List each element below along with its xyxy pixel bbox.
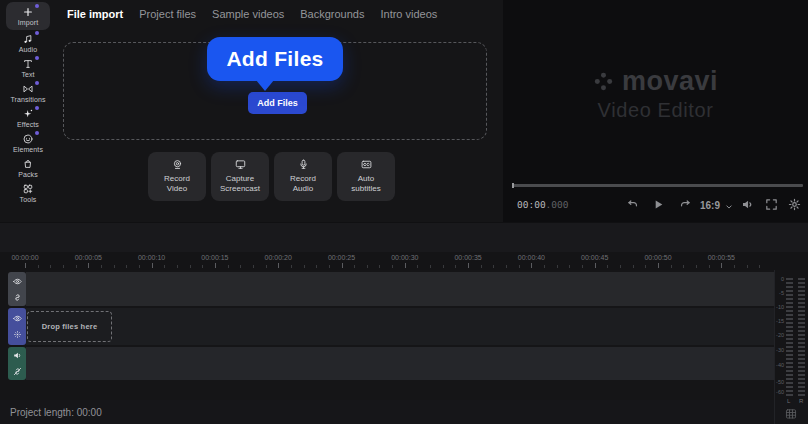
ruler-tick: [392, 265, 393, 268]
aspect-ratio-value[interactable]: 16:9: [700, 200, 720, 211]
ruler-tick: [38, 265, 39, 268]
meter-channel-label: L: [787, 398, 790, 404]
ruler-tick: [177, 265, 178, 268]
ruler-time-label: 00:00:10: [138, 254, 165, 261]
timeline-ruler[interactable]: 00:00:0000:00:0500:00:1000:00:1500:00:20…: [0, 252, 808, 270]
meter-db-label: -30: [773, 347, 784, 353]
drop-zone-label: Drop files here: [42, 322, 98, 331]
ruler-tick: [405, 263, 406, 268]
notification-dot: [35, 106, 39, 110]
ruler-time-label: 00:00:00: [11, 254, 38, 261]
sidebar-item-packs[interactable]: Packs: [0, 155, 56, 180]
capture-actions-row: Record VideoCapture ScreencastRecord Aud…: [148, 152, 395, 201]
track-mute-icon[interactable]: [12, 350, 23, 361]
ruler-tick: [519, 265, 520, 268]
sidebar-item-label: Text: [21, 71, 34, 78]
ruler-tick: [164, 265, 165, 268]
track-link-icon[interactable]: [12, 292, 23, 303]
meter-db-label: -50: [773, 379, 784, 385]
previous-frame-icon[interactable]: [625, 197, 640, 212]
add-files-callout[interactable]: Add Files: [207, 37, 343, 81]
video-track-header[interactable]: [8, 308, 26, 345]
elements-icon: [22, 133, 34, 145]
import-tabs: File importProject filesSample videosBac…: [67, 0, 437, 28]
ruler-tick: [569, 265, 570, 268]
sidebar-item-label: Tools: [20, 196, 37, 203]
webcam-icon: [171, 158, 184, 171]
ruler-time-label: 00:00:55: [708, 254, 735, 261]
effects-icon: [22, 108, 34, 120]
sidebar-item-import[interactable]: Import: [6, 2, 50, 30]
tab-intro-videos[interactable]: Intro videos: [380, 8, 437, 20]
sidebar-item-effects[interactable]: Effects: [0, 105, 56, 130]
ruler-tick: [139, 265, 140, 268]
ruler-time-label: 00:00:25: [328, 254, 355, 261]
meter-db-label: -10: [773, 304, 784, 310]
ruler-tick: [316, 265, 317, 268]
ruler-tick: [443, 265, 444, 268]
ruler-tick: [215, 263, 216, 268]
sidebar-item-label: Audio: [19, 46, 37, 53]
ruler-tick: [291, 265, 292, 268]
video-track-lane[interactable]: [26, 308, 774, 345]
sidebar-item-tools[interactable]: Tools: [0, 180, 56, 205]
meter-db-label: -60: [773, 389, 784, 395]
fullscreen-icon[interactable]: [764, 197, 779, 212]
track-unlink-icon[interactable]: [12, 366, 23, 377]
overlay-track-lane[interactable]: [26, 272, 774, 306]
auto-subtitles-button[interactable]: Auto subtitles: [337, 152, 395, 201]
track-visibility-icon[interactable]: [12, 313, 23, 324]
ruler-tick: [683, 265, 684, 268]
ruler-tick: [240, 265, 241, 268]
ruler-tick: [734, 265, 735, 268]
ruler-tick: [455, 265, 456, 268]
preview-timecode: 00:00.000: [517, 199, 569, 210]
overlay-track-header[interactable]: [8, 272, 26, 306]
ruler-tick: [354, 265, 355, 268]
sidebar-item-text[interactable]: Text: [0, 55, 56, 80]
preview-seekbar[interactable]: [512, 184, 803, 187]
transitions-icon: [22, 83, 34, 95]
notification-dot: [35, 131, 39, 135]
ruler-tick: [367, 265, 368, 268]
meter-bar-right: [798, 278, 805, 398]
record-audio-button[interactable]: Record Audio: [274, 152, 332, 201]
import-plus-icon: [22, 6, 34, 18]
ruler-tick: [759, 265, 760, 268]
tab-project-files[interactable]: Project files: [139, 8, 196, 20]
ruler-tick: [342, 263, 343, 268]
status-bar: Project length: 00:00: [0, 400, 808, 424]
notification-dot: [35, 4, 39, 8]
add-files-button[interactable]: Add Files: [248, 92, 307, 114]
ruler-tick: [63, 265, 64, 268]
sidebar-item-transitions[interactable]: Transitions: [0, 80, 56, 105]
audio-track-header[interactable]: [8, 347, 26, 380]
screen-icon: [234, 158, 247, 171]
audio-track-lane[interactable]: [26, 347, 774, 380]
track-options-icon[interactable]: [12, 329, 23, 340]
next-frame-icon[interactable]: [678, 197, 693, 212]
tab-backgrounds[interactable]: Backgrounds: [300, 8, 364, 20]
text-icon: [22, 58, 34, 70]
movavi-logo-icon: [593, 71, 614, 92]
sidebar-item-elements[interactable]: Elements: [0, 130, 56, 155]
ruler-tick: [278, 263, 279, 268]
tab-sample-videos[interactable]: Sample videos: [212, 8, 284, 20]
ruler-tick: [126, 265, 127, 268]
record-video-button[interactable]: Record Video: [148, 152, 206, 201]
ruler-tick: [88, 263, 89, 268]
action-button-label: Record Video: [164, 174, 190, 195]
settings-gear-icon[interactable]: [787, 197, 802, 212]
volume-icon[interactable]: [740, 197, 755, 212]
capture-screencast-button[interactable]: Capture Screencast: [211, 152, 269, 201]
track-visibility-icon[interactable]: [12, 276, 23, 287]
movavi-video-editor-window: ImportAudioTextTransitionsEffectsElement…: [0, 0, 808, 424]
sidebar-item-audio[interactable]: Audio: [0, 30, 56, 55]
play-icon[interactable]: [652, 197, 665, 212]
packs-icon: [22, 158, 34, 170]
timeline-drop-zone[interactable]: Drop files here: [27, 311, 112, 342]
chevron-down-icon[interactable]: [724, 202, 734, 212]
tab-file-import[interactable]: File import: [67, 8, 123, 20]
ruler-tick: [253, 265, 254, 268]
meter-settings-icon[interactable]: [783, 407, 799, 421]
